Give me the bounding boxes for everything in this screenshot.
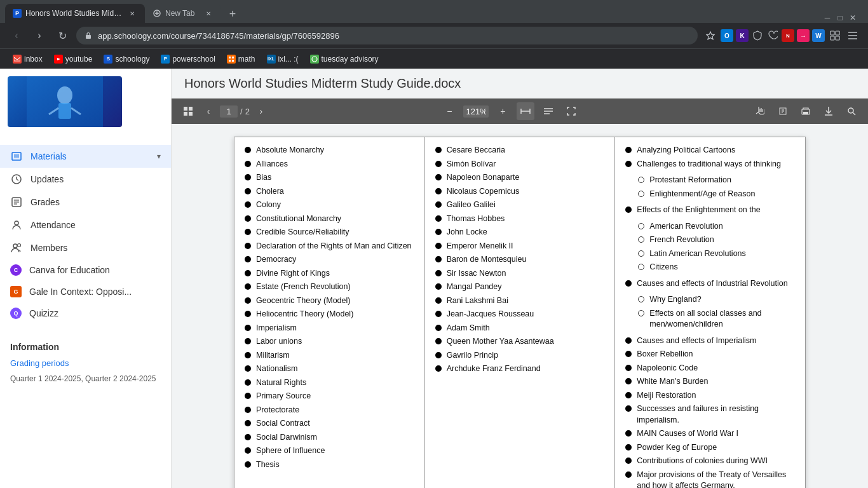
- pdf-toolbar-right: [751, 102, 860, 120]
- ext-w-icon[interactable]: W: [812, 29, 825, 42]
- updates-label: Updates: [31, 174, 64, 184]
- bookmark-schoology[interactable]: S schoology: [98, 53, 154, 65]
- bullet-icon: [245, 393, 251, 399]
- list-item: Geocentric Theory (Model): [245, 295, 414, 307]
- sidebar-item-members[interactable]: Members: [0, 236, 171, 259]
- ext-outlook-icon[interactable]: O: [721, 29, 733, 42]
- bullet-icon: [435, 311, 442, 317]
- address-bar[interactable]: app.schoology.com/course/7344186745/mate…: [76, 27, 698, 44]
- ext-news-icon[interactable]: N: [782, 29, 794, 42]
- extensions-puzzle-icon[interactable]: [827, 28, 843, 43]
- tab-new-tab[interactable]: New Tab ✕: [145, 4, 221, 23]
- list-item: Natural Rights: [245, 377, 414, 389]
- sidebar-item-quizizz[interactable]: Q Quizizz: [0, 302, 171, 324]
- sidebar-item-gale[interactable]: G Gale In Context: Opposi...: [0, 281, 171, 302]
- ext-shield-icon[interactable]: [751, 29, 764, 42]
- new-tab-button[interactable]: +: [224, 5, 241, 23]
- list-item-text: White Man's Burden: [637, 376, 708, 388]
- pdf-next-page-button[interactable]: ›: [252, 102, 270, 120]
- pdf-page-input-field[interactable]: [220, 105, 238, 118]
- document-page: Absolute Monarchy Alliances Bias Cholera…: [234, 137, 806, 488]
- bullet-icon: [625, 471, 632, 478]
- pdf-zoom-out-button[interactable]: −: [440, 102, 458, 120]
- pdf-prev-page-button[interactable]: ‹: [200, 102, 217, 120]
- bookmark-powerschool-label: powerschool: [172, 55, 215, 64]
- address-text: app.schoology.com/course/7344186745/mate…: [98, 31, 690, 41]
- pdf-text-view-button[interactable]: [539, 102, 557, 120]
- materials-arrow: ▾: [157, 152, 161, 161]
- list-item: Rani Lakshmi Bai: [435, 295, 605, 307]
- bullet-icon: [625, 280, 632, 287]
- list-item-text: Social Darwinism: [256, 432, 317, 444]
- close-button[interactable]: ✕: [848, 13, 858, 23]
- tab-close-2[interactable]: ✕: [203, 8, 214, 18]
- empty-bullet-icon: [638, 264, 644, 270]
- svg-point-49: [848, 108, 853, 113]
- bullet-icon: [245, 174, 251, 180]
- sidebar-item-updates[interactable]: Updates: [0, 168, 171, 191]
- list-item: Colony: [245, 200, 414, 211]
- list-item-text: Alliances: [256, 159, 288, 170]
- nav-icons-right: O K N → W: [703, 28, 860, 43]
- pdf-hand-tool-button[interactable]: [751, 102, 769, 120]
- bookmark-inbox[interactable]: inbox: [8, 53, 48, 65]
- bookmark-tuesday-label: tuesday advisory: [322, 55, 379, 64]
- grading-periods-link[interactable]: Grading periods: [0, 355, 171, 372]
- pdf-zoom-in-button[interactable]: +: [494, 102, 512, 120]
- bookmark-tuesday[interactable]: tuesday advisory: [305, 53, 384, 65]
- pdf-search-button[interactable]: [843, 102, 860, 120]
- pdf-toolbar: ‹ / 2 › − +: [172, 98, 868, 124]
- advisory-icon: [310, 55, 319, 64]
- back-button[interactable]: ‹: [8, 27, 25, 44]
- pdf-grid-view-button[interactable]: [179, 102, 197, 120]
- sidebar-item-materials[interactable]: Materials ▾: [0, 145, 171, 168]
- ext-arrow-icon[interactable]: →: [797, 29, 810, 42]
- reload-button[interactable]: ↻: [53, 27, 71, 44]
- bullet-icon: [245, 338, 251, 344]
- list-item: Successes and failures in resisting impe…: [625, 403, 795, 426]
- sidebar-item-grades[interactable]: Grades: [0, 191, 171, 214]
- bullet-icon: [435, 297, 442, 304]
- list-item-text: Rani Lakshmi Bai: [447, 295, 508, 307]
- bookmark-youtube[interactable]: youtube: [49, 53, 98, 65]
- bullet-icon: [435, 161, 442, 167]
- chrome-menu-icon[interactable]: [845, 28, 860, 43]
- bullet-icon: [625, 405, 632, 412]
- grades-label: Grades: [31, 197, 60, 207]
- table-cell-col1: Absolute Monarchy Alliances Bias Cholera…: [234, 137, 425, 489]
- pdf-download-button[interactable]: [820, 102, 837, 120]
- sidebar-item-attendance[interactable]: Attendance: [0, 214, 171, 236]
- bookmark-ixl[interactable]: IXL ixl... :(: [262, 53, 304, 65]
- pdf-fullscreen-button[interactable]: [562, 102, 580, 120]
- tab-active[interactable]: P Honors World Studies Midterm... ✕: [5, 4, 145, 23]
- list-item-text: Archduke Franz Ferdinand: [447, 363, 541, 375]
- pdf-fit-width-button[interactable]: [517, 102, 534, 120]
- bullet-icon: [435, 365, 442, 372]
- list-item: Labor unions: [245, 336, 414, 348]
- minimize-button[interactable]: ─: [822, 13, 832, 23]
- pdf-zoom-input[interactable]: [463, 105, 489, 118]
- sidebar-item-canva[interactable]: C Canva for Education: [0, 259, 171, 281]
- svg-rect-18: [58, 103, 71, 119]
- pdf-text-select-button[interactable]: [774, 102, 792, 120]
- ext-kahoot-icon[interactable]: K: [736, 29, 749, 42]
- svg-rect-35: [189, 107, 193, 111]
- list-item-text: Protectorate: [256, 405, 299, 416]
- bookmark-powerschool[interactable]: P powerschool: [156, 53, 220, 65]
- list-item-text: Absolute Monarchy: [256, 145, 324, 156]
- ext-heart-icon[interactable]: [766, 29, 779, 42]
- forward-button[interactable]: ›: [31, 27, 48, 44]
- list-item: Social Contract: [245, 418, 414, 430]
- tab-close-1[interactable]: ✕: [127, 8, 137, 18]
- bookmark-math[interactable]: math: [222, 53, 261, 65]
- bullet-icon: [435, 174, 442, 180]
- list-item-text: Meiji Restoration: [637, 390, 696, 402]
- sub-list: Why England? Effects on all social class…: [625, 294, 795, 333]
- content-table: Absolute Monarchy Alliances Bias Cholera…: [234, 137, 806, 488]
- bullet-icon: [245, 352, 251, 358]
- maximize-button[interactable]: □: [835, 13, 845, 23]
- list-item: Protectorate: [245, 405, 414, 416]
- list-item: Credible Source/Reliability: [245, 227, 414, 238]
- pdf-print-button[interactable]: [797, 102, 815, 120]
- bookmark-star-icon[interactable]: [703, 28, 718, 43]
